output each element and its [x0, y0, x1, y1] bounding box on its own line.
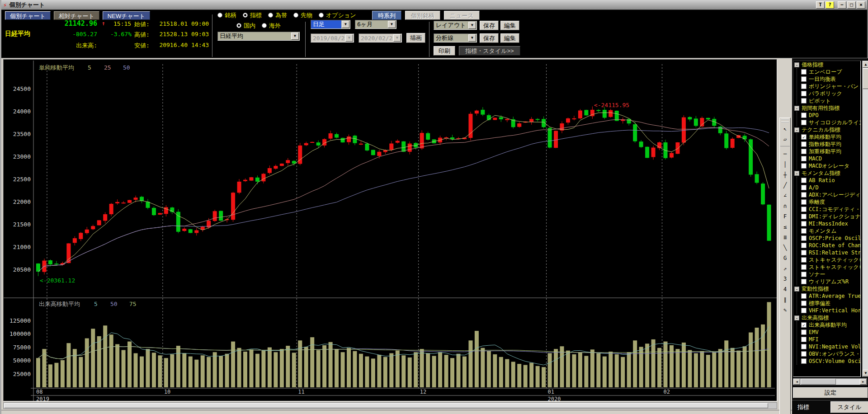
indicator-item[interactable]: ウィリアムズ%R: [801, 278, 860, 285]
horizontal-line-tool-icon[interactable]: ─: [780, 150, 790, 159]
analysis-edit-button[interactable]: 編集: [500, 33, 519, 43]
checkbox-icon[interactable]: [801, 243, 807, 248]
draw-button[interactable]: 描画: [406, 33, 425, 43]
checkbox-icon[interactable]: [801, 329, 807, 335]
checkbox-icon[interactable]: [801, 301, 807, 306]
collapse-icon[interactable]: -: [794, 127, 799, 132]
view-button-1[interactable]: 個別銘柄: [405, 11, 440, 20]
collapse-icon[interactable]: -: [794, 287, 799, 292]
chevron-down-icon[interactable]: ▼: [388, 21, 396, 28]
category-radio-先物[interactable]: 先物: [293, 12, 319, 19]
eraser-tool-icon[interactable]: ▱: [780, 135, 790, 144]
checkbox-icon[interactable]: [801, 69, 807, 75]
checkbox-icon[interactable]: [801, 98, 807, 104]
indicator-group[interactable]: -テクニカル指標: [793, 126, 860, 133]
chart-tab-2[interactable]: NEWチャート: [103, 11, 150, 20]
chart-tab-1[interactable]: 相対チャート: [54, 11, 99, 20]
indicator-item[interactable]: ADX:アベレージディレ: [801, 191, 860, 198]
tab-indicator[interactable]: 指標: [792, 403, 815, 411]
indicator-item[interactable]: DPO: [801, 112, 860, 119]
chart-horizontal-scrollbar[interactable]: [3, 402, 777, 409]
fibonacci-fan-tool-icon[interactable]: F: [780, 212, 790, 221]
regression-line-tool-icon[interactable]: ⇗: [780, 264, 790, 273]
indicator-horizontal-scrollbar[interactable]: ◄ ►: [793, 378, 867, 385]
indicator-item[interactable]: EMV: [801, 329, 860, 336]
indicator-item[interactable]: MACDオシレータ: [801, 162, 860, 169]
checkbox-icon[interactable]: [801, 235, 807, 241]
four-point-lines-tool-icon[interactable]: 4: [780, 285, 790, 294]
indicator-item[interactable]: NVI:Negative Volume: [801, 343, 860, 350]
pencil-lines-tool-icon[interactable]: ✎: [780, 306, 790, 315]
indicator-group[interactable]: -変動性指標: [793, 285, 860, 292]
analysis-save-button[interactable]: 保存: [480, 33, 499, 43]
collapse-icon[interactable]: -: [794, 171, 799, 176]
checkbox-icon[interactable]: [801, 141, 807, 147]
category-radio-オプション[interactable]: オプション: [319, 12, 363, 19]
indicator-item[interactable]: DMI:ディレクショナル: [801, 213, 860, 220]
view-button-2[interactable]: ニュース: [444, 11, 480, 20]
checkbox-icon[interactable]: [801, 120, 807, 125]
chevron-down-icon[interactable]: ▼: [291, 33, 299, 40]
indicator-item[interactable]: ピボット: [801, 97, 860, 104]
checkbox-icon[interactable]: ✓: [801, 322, 807, 328]
gann-fan-tool-icon[interactable]: ∩: [780, 202, 790, 211]
indicator-item[interactable]: VHF:Vertical Horizon: [801, 307, 860, 314]
checkbox-icon[interactable]: [801, 228, 807, 234]
chevron-down-icon[interactable]: ▼: [468, 22, 476, 29]
checkbox-icon[interactable]: [801, 91, 807, 96]
layout-edit-button[interactable]: 編集: [500, 21, 519, 30]
checkbox-icon[interactable]: [801, 279, 807, 284]
indicator-item[interactable]: CCI:コモディティ・チャ: [801, 206, 860, 213]
indicator-item[interactable]: 乖離度: [801, 198, 860, 206]
checkbox-icon[interactable]: [801, 163, 807, 169]
indicator-style-button[interactable]: 指標・スタイル>>: [459, 46, 520, 56]
chevron-down-icon[interactable]: ▼: [342, 21, 349, 28]
checkbox-icon[interactable]: [801, 178, 807, 183]
channel-line-tool-icon[interactable]: ╲: [780, 243, 790, 253]
category-radio-為替[interactable]: 為替: [268, 12, 293, 19]
indicator-item[interactable]: MACD: [801, 155, 860, 162]
checkbox-icon[interactable]: [801, 214, 807, 219]
tab-style[interactable]: スタイル: [830, 401, 868, 413]
scrollbar-thumb[interactable]: [863, 68, 868, 89]
checkbox-icon[interactable]: [801, 76, 807, 82]
settings-button[interactable]: 設定: [793, 387, 868, 398]
vertical-line-tool-icon[interactable]: │: [780, 160, 790, 169]
symbol-select[interactable]: 日経平均 ▼: [217, 32, 300, 41]
checkbox-icon[interactable]: [801, 192, 807, 198]
checkbox-icon[interactable]: [801, 185, 807, 190]
help-button[interactable]: ?: [826, 1, 834, 9]
indicator-item[interactable]: サイコロジカルライン: [801, 119, 860, 126]
indicator-item[interactable]: ✓単純移動平均: [801, 133, 860, 141]
indicator-item[interactable]: エンベロープ: [801, 68, 860, 75]
category-radio-銘柄[interactable]: 銘柄: [217, 12, 243, 19]
checkbox-icon[interactable]: [801, 257, 807, 263]
indicator-item[interactable]: ROC:Rate of Change: [801, 242, 860, 249]
indicator-item[interactable]: 加重移動平均: [801, 148, 860, 155]
indicator-group[interactable]: -期間有用性指標: [793, 104, 860, 112]
scroll-right-icon[interactable]: ►: [860, 379, 867, 385]
scrollbar-thumb[interactable]: [801, 379, 836, 385]
view-button-0[interactable]: 時系列: [372, 11, 401, 20]
period-select[interactable]: 日足 ▼: [311, 20, 350, 29]
scrollbar-thumb[interactable]: [4, 403, 768, 408]
analysis-line-select[interactable]: 分析線 ▼: [434, 33, 477, 42]
indicator-item[interactable]: ATR:Average True R: [801, 292, 860, 300]
indicator-item[interactable]: MI:MassIndex: [801, 220, 860, 227]
indicator-item[interactable]: ✓出来高移動平均: [801, 321, 860, 329]
scroll-down-icon[interactable]: ▼: [863, 370, 868, 376]
price-volume-chart[interactable]: 0820191011120120200224500240002350023000…: [4, 60, 777, 401]
region-radio-国内[interactable]: 国内: [236, 22, 262, 29]
indicator-item[interactable]: A/D: [801, 184, 860, 191]
indicator-group[interactable]: -価格指標: [793, 61, 860, 68]
toolbar-grip[interactable]: [781, 119, 789, 122]
checkbox-icon[interactable]: [801, 199, 807, 205]
indicator-item[interactable]: OSCP:Price Oscillato: [801, 235, 860, 242]
checkbox-icon[interactable]: [801, 272, 807, 277]
indicator-item[interactable]: 一目均衡表: [801, 75, 860, 83]
indicator-item[interactable]: 指数移動平均: [801, 141, 860, 148]
chevron-down-icon[interactable]: ▼: [468, 34, 476, 42]
gann-line-tool-icon[interactable]: G: [780, 254, 790, 263]
checkbox-icon[interactable]: [801, 207, 807, 212]
checkbox-icon[interactable]: [801, 308, 807, 313]
